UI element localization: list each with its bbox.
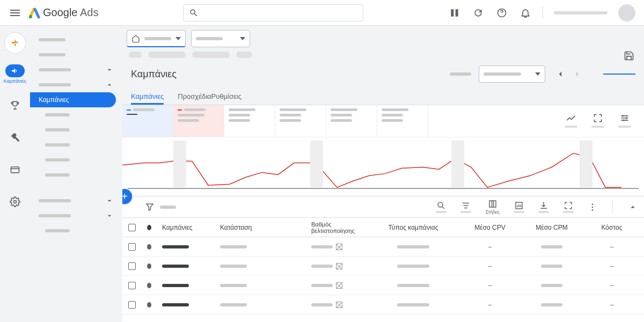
- refresh-icon[interactable]: [472, 6, 485, 19]
- table-search-button[interactable]: [436, 201, 447, 213]
- ads-logo-icon: [28, 6, 41, 19]
- table-row[interactable]: ––: [122, 237, 644, 257]
- crumb-chip[interactable]: [148, 52, 186, 58]
- status-dot[interactable]: [147, 264, 151, 269]
- search-input[interactable]: [183, 4, 363, 21]
- col-cpm[interactable]: Μέσο CPM: [518, 224, 585, 231]
- segment-button[interactable]: [460, 201, 471, 213]
- help-icon[interactable]: [495, 6, 508, 19]
- expand-button[interactable]: [591, 113, 604, 128]
- tools-icon: [10, 132, 20, 143]
- save-view-icon[interactable]: [623, 49, 635, 62]
- expand-icon: [564, 201, 573, 210]
- crumb[interactable]: [236, 52, 252, 58]
- gear-icon: [10, 196, 20, 207]
- campaign-name[interactable]: [162, 303, 189, 306]
- chevron-down-icon: [105, 196, 114, 205]
- chart-band: [173, 141, 186, 187]
- reports-icon[interactable]: [448, 6, 461, 19]
- rail-settings[interactable]: [4, 191, 26, 213]
- more-button[interactable]: [588, 202, 597, 212]
- sp-item[interactable]: [30, 193, 122, 208]
- metric-card-3[interactable]: [224, 105, 275, 137]
- status-value: [220, 265, 247, 268]
- table-header: Καμπάνιες Κατάσταση Βαθμός βελτιστοποίησ…: [122, 218, 644, 237]
- metric-card-6[interactable]: [377, 105, 428, 137]
- campaign-name[interactable]: [162, 265, 189, 268]
- collapse-button[interactable]: [628, 202, 638, 212]
- rail-campaigns-label: Καμπάνιες: [4, 78, 26, 84]
- date-range-selector[interactable]: [479, 65, 545, 83]
- avatar[interactable]: [618, 4, 635, 21]
- table-row[interactable]: ––: [122, 276, 644, 295]
- status-dot[interactable]: [147, 244, 151, 250]
- status-dot[interactable]: [147, 283, 151, 288]
- expand-icon: [592, 113, 603, 123]
- download-button[interactable]: [538, 201, 549, 213]
- sp-subitem[interactable]: [30, 152, 122, 167]
- rail-tools[interactable]: [4, 127, 26, 148]
- row-checkbox[interactable]: [128, 262, 136, 270]
- summary-placeholder: [450, 72, 471, 76]
- status-dot[interactable]: [147, 302, 151, 308]
- col-type[interactable]: Τύπος καμπάνιας: [365, 224, 462, 231]
- crumb[interactable]: [129, 52, 142, 58]
- table-row[interactable]: ––: [122, 257, 644, 276]
- cpv-value: –: [488, 301, 492, 309]
- table-row[interactable]: ––: [122, 295, 644, 314]
- campaign-selector[interactable]: [191, 30, 250, 47]
- metric-card-5[interactable]: [326, 105, 377, 137]
- rail-goals[interactable]: [4, 94, 26, 116]
- hamburger-icon[interactable]: [9, 6, 21, 19]
- row-checkbox[interactable]: [128, 243, 136, 251]
- sp-subitem[interactable]: [30, 107, 122, 122]
- row-checkbox[interactable]: [128, 301, 136, 309]
- rail-billing[interactable]: [4, 159, 26, 180]
- adjust-button[interactable]: [618, 113, 631, 128]
- sp-subitem[interactable]: [30, 167, 122, 182]
- select-all-checkbox[interactable]: [128, 224, 136, 231]
- notifications-icon[interactable]: [519, 6, 532, 19]
- col-status[interactable]: Κατάσταση: [215, 224, 306, 231]
- col-cpv[interactable]: Μέσο CPV: [462, 224, 518, 231]
- chart-type-button[interactable]: [565, 113, 577, 128]
- columns-button[interactable]: Στήλες: [485, 199, 500, 215]
- filter-icon[interactable]: [145, 202, 155, 212]
- sp-item[interactable]: [30, 77, 122, 92]
- tab-drafts[interactable]: ΠροσχέδιαΡυθμίσεις: [178, 92, 241, 105]
- type-value: [397, 265, 429, 268]
- rail-campaigns[interactable]: Καμπάνιες: [4, 64, 26, 84]
- sp-subitem[interactable]: [30, 122, 122, 137]
- col-opt-score[interactable]: Βαθμός βελτιστοποίησης: [306, 221, 365, 234]
- metric-card-4[interactable]: [275, 105, 326, 137]
- account-selector[interactable]: [127, 30, 186, 47]
- sp-item[interactable]: [30, 32, 122, 47]
- new-button[interactable]: [4, 32, 26, 54]
- date-prev-button[interactable]: [553, 67, 568, 82]
- sp-item[interactable]: [30, 62, 122, 77]
- metric-card-1[interactable]: [122, 105, 173, 137]
- tab-campaigns[interactable]: Καμπάνιες: [131, 92, 164, 105]
- reports-button[interactable]: [514, 201, 524, 213]
- sp-item[interactable]: [30, 47, 122, 62]
- campaign-name[interactable]: [162, 245, 189, 248]
- col-campaigns[interactable]: Καμπάνιες: [157, 224, 215, 231]
- brand-text: Google Ads: [43, 6, 98, 19]
- sp-item[interactable]: [30, 208, 122, 223]
- series-swatch-red: [178, 109, 182, 111]
- sp-subitem[interactable]: [30, 223, 122, 238]
- card-icon: [10, 164, 20, 175]
- row-checkbox[interactable]: [128, 282, 136, 289]
- plus-icon: [10, 38, 20, 48]
- sp-subitem[interactable]: [30, 137, 122, 152]
- sp-item-campaigns[interactable]: Καμπάνιες: [30, 92, 116, 107]
- col-cost[interactable]: Κόστος: [585, 224, 639, 231]
- metric-card-2[interactable]: [173, 105, 224, 137]
- cpm-value: [541, 245, 562, 248]
- expand-table-button[interactable]: [563, 201, 574, 213]
- cpm-value: [541, 284, 562, 287]
- campaign-name[interactable]: [162, 284, 189, 287]
- crumb-chip[interactable]: [192, 52, 230, 58]
- main-area: Καμπάνιες Καμπάνιες ΠροσχέδιαΡυθμίσεις: [122, 26, 644, 322]
- date-next-button[interactable]: [570, 67, 585, 82]
